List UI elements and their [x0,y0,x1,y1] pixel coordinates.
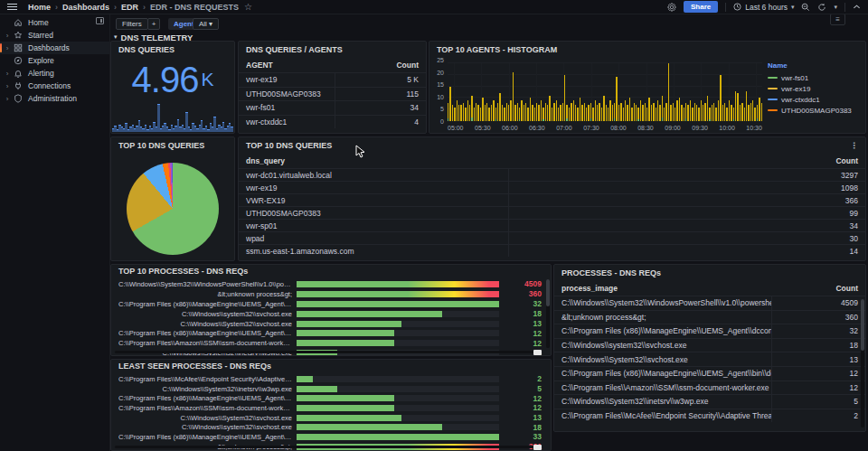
sidebar-item-home[interactable]: Home [0,16,109,29]
legend-item[interactable]: vwr-ctxddc1 [768,94,862,105]
dashboard-controls-icon[interactable]: ≡ [830,14,845,25]
vertical-scrollbar[interactable] [861,299,864,428]
table-row[interactable]: C:\\Program Files\\Amazon\\SSM\\ssm-docu… [554,381,865,395]
legend-label: vwr-ctxddc1 [781,96,820,104]
sidebar-item-administration[interactable]: ›Administration [0,92,109,105]
table-row[interactable]: C:\\Windows\\system32\\svchost.exe18 [554,338,865,352]
table-row[interactable]: vwr-dc01.virtualweb.local3297 [239,168,865,181]
bargauge-row[interactable]: C:\\Windows\\System32\\inetsrv\\w3wp.exe… [118,384,543,394]
panel-title[interactable]: DNS QUERIES / AGENTS [239,42,426,58]
pie-chart[interactable] [127,163,219,255]
panel-title[interactable]: LEAST SEEN PROCESSES - DNS REQs [111,360,551,372]
horizontal-scrollbar[interactable] [115,351,542,353]
x-tick-label: 06:30 [529,125,545,131]
bargauge-row[interactable]: C:\\Program Files\\McAfee\\Endpoint Secu… [118,374,543,384]
menu-icon[interactable] [7,4,17,10]
sidebar-item-alerting[interactable]: ›Alerting [0,67,109,80]
bargauge-row[interactable]: C:\\Program Files\\Amazon\\SSM\\ssm-docu… [118,338,543,348]
column-header[interactable]: Count [335,61,419,70]
sidebar-item-dashboards[interactable]: ›Dashboards [0,42,109,54]
histogram-bar [741,103,742,121]
refresh-icon[interactable] [817,3,826,12]
breadcrumb-item[interactable]: Dashboards [62,3,109,12]
histogram-bar [684,108,684,121]
breadcrumb-item[interactable]: EDR - DNS REQUESTS [150,3,239,12]
sidebar-collapse-icon[interactable] [96,17,104,24]
bargauge-row[interactable]: C:\\Windows\\System32\\svchost.exe13 [118,413,543,423]
vertical-scrollbar[interactable] [546,279,550,348]
sidebar-item-starred[interactable]: ›Starred [0,29,109,42]
settings-gear-icon[interactable] [667,3,676,12]
table-row[interactable]: UTHD00SMAGP0383115 [239,87,426,101]
sidebar-item-explore[interactable]: Explore [0,54,109,67]
histogram-bar [657,100,658,121]
table-row[interactable]: ssm.us-east-1.amazonaws.com14 [239,244,865,257]
panel-title[interactable]: TOP 10 DNS QUERIES ⋮ [239,137,865,154]
table-row[interactable]: C:\\Program Files (x86)\\ManageEngine\\U… [554,324,865,338]
favorite-star-icon[interactable]: ☆ [244,2,252,12]
bargauge-row[interactable]: C:\\Program Files (x86)\\ManageEngine\\U… [118,393,543,403]
chevron-up-icon[interactable] [853,4,861,10]
bargauge-row[interactable]: C:\\Windows\\system32\\svchost.exe18 [118,422,543,432]
zoom-out-icon[interactable] [801,3,810,12]
panel-title[interactable]: TOP 10 DNS QUERIES [111,137,234,154]
panel-menu-icon[interactable]: ⋮ [850,141,858,150]
histogram-bar [485,105,486,121]
refresh-interval-chevron-icon[interactable]: ▾ [834,4,837,11]
column-header[interactable]: Count [772,284,858,293]
bargauge-row[interactable]: C:\\Windows\\system32\\svchost.exe18 [118,309,543,319]
table-row[interactable]: wpad30 [239,231,865,244]
table-cell: 115 [335,89,419,99]
table-row[interactable]: vwr-ctxddc14 [239,115,426,129]
filters-button[interactable]: Filters [116,18,148,30]
table-row[interactable]: vwr-fs0134 [239,100,426,115]
column-header[interactable]: AGENT [246,61,335,70]
horizontal-scrollbar[interactable] [115,446,542,448]
panel-title[interactable]: TOP 10 PROCESSES - DNS REQs [111,265,551,277]
table-row[interactable]: &lt;unknown process&gt;360 [554,310,865,324]
panel-title[interactable]: DNS QUERIES [111,42,234,58]
sidebar-item-connections[interactable]: ›Connections [0,80,109,92]
sidebar-item-label: Alerting [28,69,54,78]
table-row[interactable]: vwr-sp0134 [239,219,865,231]
table-row[interactable]: C:\\Windows\\System32\\inetsrv\\w3wp.exe… [554,394,865,409]
bargauge-value: 12 [504,329,543,338]
bargauge-row[interactable]: C:\\Program Files (x86)\\ManageEngine\\U… [118,299,543,309]
table-row[interactable]: C:\\Program Files\\McAfee\\Endpoint Secu… [554,409,865,423]
column-header[interactable]: process_image [561,284,772,293]
bargauge-row[interactable]: C:\\Program Files\\Amazon\\SSM\\ssm-docu… [118,403,543,413]
share-button[interactable]: Share [684,1,718,13]
add-filter-button[interactable]: + [147,18,160,30]
bargauge-label: C:\\Windows\\system32\\svchost.exe [118,423,292,431]
histogram-plot[interactable] [448,63,762,121]
bargauge-row[interactable]: C:\\Windows\\System32\\WindowsPowerShell… [118,279,543,289]
bargauge-track [297,291,499,297]
panel-title[interactable]: TOP 10 AGENTS - HISTOGRAM [429,42,865,58]
table-row[interactable]: C:\\Windows\\System32\\WindowsPowerShell… [554,296,865,310]
table-row[interactable]: C:\\Program Files (x86)\\ManageEngine\\U… [554,366,865,381]
column-header[interactable]: Count [509,156,858,165]
bargauge-row[interactable]: C:\\Windows\\System32\\svchost.exe13 [118,319,543,329]
variable-value-dropdown[interactable]: All ▾ [193,18,219,30]
legend-item[interactable]: UTHD00SMAGP0383 [768,105,862,116]
bargauge-row[interactable]: &lt;unknown process&gt;360 [118,289,543,299]
panel-title[interactable]: PROCESSES - DNS REQs [554,265,865,281]
histogram-bar [477,105,478,121]
time-range-picker[interactable]: Last 6 hours ▾ [733,3,794,12]
table-row[interactable]: vwr-ex195 K [239,72,426,87]
chart-legend: Name vwr-fs01vwr-ex19vwr-ctxddc1UTHD00SM… [768,61,862,116]
column-header[interactable]: dns_query [246,156,509,165]
legend-item[interactable]: vwr-ex19 [768,83,862,94]
table-row[interactable]: C:\\Windows\\System32\\svchost.exe13 [554,352,865,366]
bargauge-row[interactable]: C:\\Program Files (x86)\\ManageEngine\\U… [118,432,543,442]
table-row[interactable]: UTHD00SMAGP038399 [239,206,865,219]
breadcrumb-item[interactable]: EDR [121,3,138,12]
bargauge-row[interactable]: C:\\Program Files (x86)\\ManageEngine\\U… [118,328,543,338]
legend-title[interactable]: Name [768,61,862,70]
table-row[interactable]: vwr-ex191098 [239,181,865,193]
breadcrumb-item[interactable]: Home [28,3,51,12]
x-tick-label: 10:00 [719,125,735,131]
legend-swatch [768,77,778,80]
legend-item[interactable]: vwr-fs01 [768,72,862,83]
table-row[interactable]: VWR-EX19366 [239,193,865,206]
